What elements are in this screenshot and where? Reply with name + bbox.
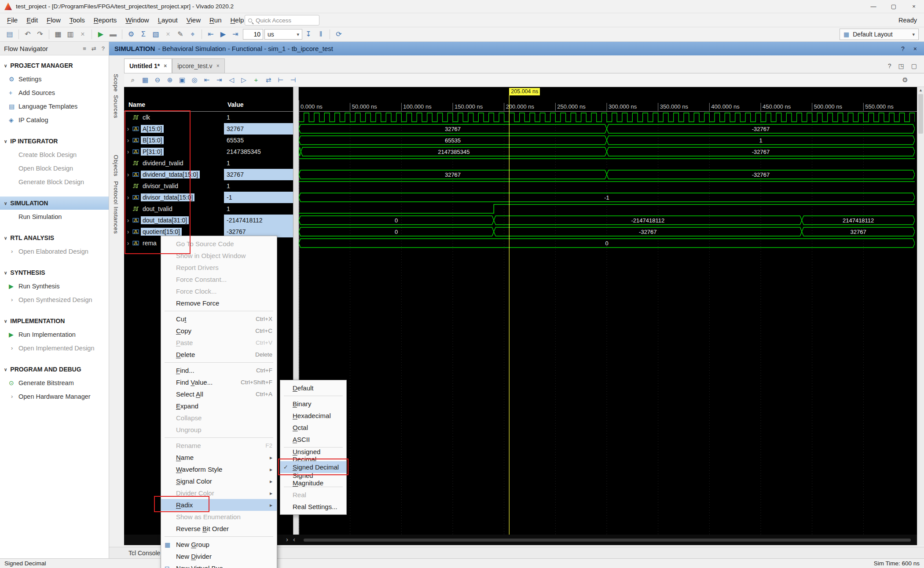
maximize-window-icon[interactable]: ▢ [911,62,917,69]
flow-section-synthesis[interactable]: ∨SYNTHESIS [0,266,109,279]
menu-item-copy[interactable]: CopyCtrl+C [161,325,277,337]
menu-item-name[interactable]: Name▸ [161,451,277,463]
close-button[interactable]: × [904,0,924,13]
zoom-fit-icon[interactable]: ▣ [176,75,188,85]
close-icon[interactable]: × [164,63,167,69]
flow-item-add-sources[interactable]: +Add Sources [0,86,109,99]
menu-item-delete[interactable]: DeleteDelete [161,349,277,360]
layout-selector[interactable]: ▦Default Layout▾ [840,29,919,40]
side-tab-scope[interactable]: Scope [113,74,119,92]
side-tab-objects[interactable]: Objects [113,155,119,176]
quick-access-search[interactable]: Quick Access [245,15,319,25]
menu-file[interactable]: File [3,13,22,27]
run-icon[interactable]: ▶ [95,29,106,40]
flow-section-project-manager[interactable]: ∨PROJECT MANAGER [0,59,109,72]
run-for-icon[interactable]: ⇥ [230,29,241,40]
side-tab-protocol-instances[interactable]: Protocol Instances [113,181,119,234]
menu-item-reverse-bit-order[interactable]: Reverse Bit Order [161,523,277,535]
probe-icon[interactable]: ⌖ [187,29,198,40]
help-icon[interactable]: ? [888,62,891,69]
flow-item-open-implemented-design[interactable]: ›Open Implemented Design [0,341,109,355]
flow-item-language-templates[interactable]: ▤Language Templates [0,99,109,113]
zoom-in-icon[interactable]: ⊕ [164,75,176,85]
banner-help-icon[interactable]: ? [901,45,905,52]
menu-item-signal-color[interactable]: Signal Color▸ [161,475,277,487]
menu-item-find-value[interactable]: Find Value...Ctrl+Shift+F [161,376,277,388]
flow-item-run-synthesis[interactable]: ▶Run Synthesis [0,279,109,293]
previous-transition-icon[interactable]: ◁ [226,75,237,85]
step-icon[interactable]: ↧ [303,29,314,40]
flow-item-open-synthesized-design[interactable]: ›Open Synthesized Design [0,293,109,306]
menu-item-cut[interactable]: CutCtrl+X [161,313,277,325]
flow-section-simulation[interactable]: ∨SIMULATION [0,197,109,210]
delete-icon[interactable]: × [77,29,88,40]
goto-time-end-icon[interactable]: ⇥ [213,75,225,85]
waveform-canvas[interactable]: 0.000 ns50.000 ns100.000 ns150.000 ns200… [299,87,915,545]
menu-item-find[interactable]: Find...Ctrl+F [161,364,277,376]
flow-item-settings[interactable]: ⚙Settings [0,72,109,86]
swap-cursors-icon[interactable]: ⇄ [263,75,274,85]
menu-item-new-divider[interactable]: New Divider [161,550,277,562]
flow-item-run-implementation[interactable]: ▶Run Implementation [0,328,109,341]
flow-item-open-elaborated-design[interactable]: ›Open Elaborated Design [0,244,109,258]
cancel-icon[interactable]: × [162,29,174,40]
flow-swap-icon[interactable]: ⇄ [92,45,96,52]
menu-item-remove-force[interactable]: Remove Force [161,297,277,309]
add-marker-icon[interactable]: + [250,75,262,85]
flow-item-generate-block-design[interactable]: Generate Block Design [0,175,109,189]
find-icon[interactable]: ⌕ [127,75,139,85]
menu-item-real-settings[interactable]: Real Settings... [280,501,346,513]
report-icon[interactable]: ▧ [150,29,161,40]
edit-icon[interactable]: ✎ [175,29,186,40]
menu-item-ascii[interactable]: ASCII [280,433,346,445]
tab-ipcore-test-v[interactable]: ipcore_test.v× [172,58,224,73]
maximize-button[interactable]: ▢ [884,0,904,13]
flow-item-open-block-design[interactable]: Open Block Design [0,161,109,175]
wave-settings-gear-icon[interactable]: ⚙ [899,75,911,85]
save-wave-config-icon[interactable]: ▦ [139,75,151,85]
goto-time-zero-icon[interactable]: ⇤ [201,75,213,85]
cursor-time-label[interactable]: 205.004 ns [509,88,540,95]
flow-help-icon[interactable]: ? [102,45,105,52]
scroll-up-icon[interactable]: ▲ [917,87,924,93]
menu-item-octal[interactable]: Octal [280,422,346,433]
scroll-left-icon[interactable]: ‹ [293,535,295,543]
minimize-button[interactable]: — [863,0,884,13]
flow-item-ip-catalog[interactable]: ◈IP Catalog [0,113,109,127]
menu-tools[interactable]: Tools [65,13,89,27]
copy-icon[interactable]: ▦ [52,29,64,40]
snap-left-icon[interactable]: ⊢ [275,75,286,85]
zoom-to-cursor-icon[interactable]: ◎ [189,75,200,85]
flow-item-create-block-design[interactable]: Create Block Design [0,148,109,161]
next-transition-icon[interactable]: ▷ [238,75,249,85]
menu-item-binary[interactable]: Binary [280,398,346,410]
menu-layout[interactable]: Layout [154,13,182,27]
pause-icon[interactable]: ‖ [315,29,326,40]
restart-sim-icon[interactable]: ⇤ [205,29,216,40]
menu-item-new-group[interactable]: ▦New Group [161,539,277,550]
banner-close-icon[interactable]: × [913,45,917,52]
menu-run[interactable]: Run [205,13,226,27]
settings-gear-icon[interactable]: ⚙ [125,29,137,40]
menu-flow[interactable]: Flow [42,13,65,27]
menu-edit[interactable]: Edit [22,13,42,27]
menu-item-select-all[interactable]: Select AllCtrl+A [161,388,277,400]
flow-item-generate-bitstream[interactable]: ⊙Generate Bitstream [0,376,109,390]
menu-item-new-virtual-bus[interactable]: ⊟New Virtual Bus [161,562,277,568]
snap-right-icon[interactable]: ⊣ [287,75,299,85]
menu-view[interactable]: View [182,13,205,27]
flow-item-run-simulation[interactable]: Run Simulation [0,210,109,223]
sum-icon[interactable]: Σ [138,29,149,40]
flow-item-open-hardware-manager[interactable]: ›Open Hardware Manager [0,390,109,403]
run-time-input[interactable] [243,29,263,40]
flow-section-implementation[interactable]: ∨IMPLEMENTATION [0,314,109,328]
side-tab-sources[interactable]: Sources [113,95,119,118]
relaunch-icon[interactable]: ⟳ [333,29,345,40]
menu-window[interactable]: Window [121,13,153,27]
menu-item-default[interactable]: Default [280,382,346,394]
horizontal-scroll-thumb[interactable] [304,539,911,542]
menu-item-waveform-style[interactable]: Waveform Style▸ [161,463,277,475]
menu-reports[interactable]: Reports [89,13,121,27]
undo-icon[interactable]: ↶ [22,29,33,40]
float-window-icon[interactable]: ◳ [898,62,904,69]
